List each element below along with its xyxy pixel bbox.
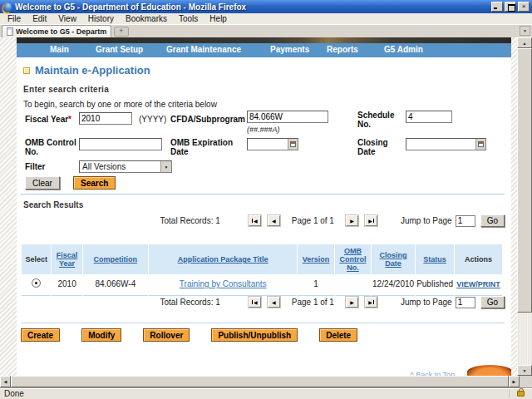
firefox-icon xyxy=(2,2,12,12)
jump-to-page-label: Jump to Page xyxy=(401,298,452,307)
omb-expiration-label: OMB Expiration Date xyxy=(170,138,237,156)
prev-page-button[interactable]: ◀ xyxy=(268,215,280,226)
table-header-row: Select Fiscal Year Competition Applicati… xyxy=(22,244,502,274)
jump-to-page-input[interactable] xyxy=(456,297,475,308)
nav-g5-admin[interactable]: G5 Admin xyxy=(384,45,423,54)
closing-date-calendar-button[interactable] xyxy=(475,139,485,150)
row-fiscal-year: 2010 xyxy=(52,274,81,296)
prev-page-icon: ◀ xyxy=(272,299,276,305)
omb-control-label: OMB Control No. xyxy=(25,138,76,156)
closing-date-label: Closing Date xyxy=(357,138,396,156)
scroll-down-icon[interactable]: ▼ xyxy=(517,365,532,376)
cfda-label: CFDA/Subprogram xyxy=(170,115,245,124)
rollover-button[interactable]: Rollover xyxy=(143,328,190,342)
first-page-button[interactable]: ◀ xyxy=(249,215,261,226)
jump-to-page-label: Jump to Page xyxy=(401,216,452,225)
col-status-sort[interactable]: Status xyxy=(423,255,446,264)
last-page-button[interactable]: ▶ xyxy=(365,215,377,226)
menu-edit[interactable]: Edit xyxy=(27,14,52,23)
row-closing-date: 12/24/2010 xyxy=(372,274,415,296)
filter-select[interactable]: All Versions ▼ xyxy=(79,160,172,173)
calendar-icon xyxy=(478,141,484,147)
tab-list-dropdown-icon[interactable]: ▼ xyxy=(520,26,530,36)
omb-control-input[interactable] xyxy=(79,138,162,150)
package-title-link[interactable]: Training by Consultants xyxy=(180,279,267,288)
fiscal-year-input[interactable] xyxy=(79,112,132,125)
last-page-icon: ▶ xyxy=(368,218,372,224)
menu-tools[interactable]: Tools xyxy=(173,14,204,23)
dropdown-arrow-icon[interactable]: ▼ xyxy=(160,161,171,172)
criteria-instructions: To begin, search by one or more of the c… xyxy=(23,100,217,109)
minimize-button[interactable] xyxy=(491,2,503,12)
tab-bar: Welcome to G5 - Department of Edu... + ▼ xyxy=(0,24,532,37)
clear-button[interactable]: Clear xyxy=(25,176,60,190)
banner-image-strip xyxy=(17,37,511,43)
results-table: Select Fiscal Year Competition Applicati… xyxy=(21,244,503,296)
close-button[interactable]: × xyxy=(518,2,530,12)
page: Main Grant Setup Grant Maintenance Payme… xyxy=(17,37,511,376)
col-fiscal-year-sort[interactable]: Fiscal Year xyxy=(57,251,78,268)
last-page-icon: ▶ xyxy=(368,299,372,305)
publish-unpublish-button[interactable]: Publish/Unpublish xyxy=(211,328,298,342)
first-page-button[interactable]: ◀ xyxy=(249,297,261,308)
scroll-up-icon[interactable]: ▲ xyxy=(517,37,532,48)
next-page-button[interactable]: ▶ xyxy=(346,297,358,308)
fiscal-year-label-text: Fiscal Year xyxy=(25,115,68,124)
go-button[interactable]: Go xyxy=(480,296,505,308)
delete-button[interactable]: Delete xyxy=(319,328,357,342)
nav-reports[interactable]: Reports xyxy=(327,45,358,54)
jump-to-page-input[interactable] xyxy=(456,215,475,227)
page-right-margin xyxy=(511,37,517,376)
first-page-icon: ◀ xyxy=(254,299,258,305)
schedule-no-input[interactable] xyxy=(406,111,452,123)
nav-grant-setup[interactable]: Grant Setup xyxy=(96,45,143,54)
page-info: Page 1 of 1 xyxy=(292,216,334,225)
go-button[interactable]: Go xyxy=(480,214,505,227)
vertical-scrollbar-thumb[interactable] xyxy=(517,48,532,313)
tab-welcome-g5[interactable]: Welcome to G5 - Department of Edu... xyxy=(2,25,111,37)
scroll-left-icon[interactable]: ◀ xyxy=(0,376,11,387)
new-tab-button[interactable]: + xyxy=(114,27,129,37)
col-version-sort[interactable]: Version xyxy=(303,255,330,264)
back-to-top-link[interactable]: ^ Back to Top xyxy=(410,371,455,376)
filter-selected-value: All Versions xyxy=(80,161,160,172)
next-page-button[interactable]: ▶ xyxy=(346,215,358,226)
horizontal-scrollbar-thumb[interactable] xyxy=(11,376,509,387)
menu-bookmarks[interactable]: Bookmarks xyxy=(120,14,173,23)
table-row: 2010 84.066W-4 Training by Consultants 1… xyxy=(22,274,502,296)
prev-page-button[interactable]: ◀ xyxy=(268,297,280,308)
row-select-radio[interactable] xyxy=(32,278,41,288)
nav-main[interactable]: Main xyxy=(50,45,69,54)
menu-view[interactable]: View xyxy=(52,14,82,23)
footer-image-fragment xyxy=(467,365,511,376)
last-page-button[interactable]: ▶ xyxy=(365,297,377,308)
omb-expiration-calendar-button[interactable] xyxy=(288,139,298,150)
calendar-icon xyxy=(290,141,296,147)
scroll-right-icon[interactable]: ▶ xyxy=(509,376,520,387)
menu-file[interactable]: File xyxy=(2,14,27,23)
row-status: Published xyxy=(416,274,454,296)
col-closing-date-sort[interactable]: Closing Date xyxy=(380,251,407,268)
col-omb-control-sort[interactable]: OMB Control No. xyxy=(339,247,366,272)
vertical-scrollbar[interactable]: ▲ ▼ xyxy=(517,37,532,376)
search-button[interactable]: Search xyxy=(73,176,116,190)
menu-help[interactable]: Help xyxy=(204,14,233,23)
create-button[interactable]: Create xyxy=(21,328,60,342)
view-print-link[interactable]: VIEW/PRINT xyxy=(456,280,500,288)
page-title: Maintain e-Application xyxy=(35,64,150,76)
closing-date-input[interactable] xyxy=(406,139,475,150)
col-competition-sort[interactable]: Competition xyxy=(94,255,138,264)
nav-payments[interactable]: Payments xyxy=(270,45,309,54)
first-page-icon: ◀ xyxy=(254,218,258,224)
main-navigation: Main Grant Setup Grant Maintenance Payme… xyxy=(17,43,511,57)
cfda-input[interactable] xyxy=(247,111,328,123)
menu-history[interactable]: History xyxy=(82,14,120,23)
restore-button[interactable] xyxy=(505,2,516,12)
omb-expiration-input[interactable] xyxy=(248,139,288,150)
next-page-icon: ▶ xyxy=(350,218,354,224)
horizontal-scrollbar[interactable]: ◀ ▶ xyxy=(0,376,532,387)
col-package-title-sort[interactable]: Application Package Title xyxy=(178,255,268,264)
modify-button[interactable]: Modify xyxy=(81,328,121,342)
nav-grant-maintenance[interactable]: Grant Maintenance xyxy=(166,45,241,54)
total-records: Total Records: 1 xyxy=(160,298,220,307)
